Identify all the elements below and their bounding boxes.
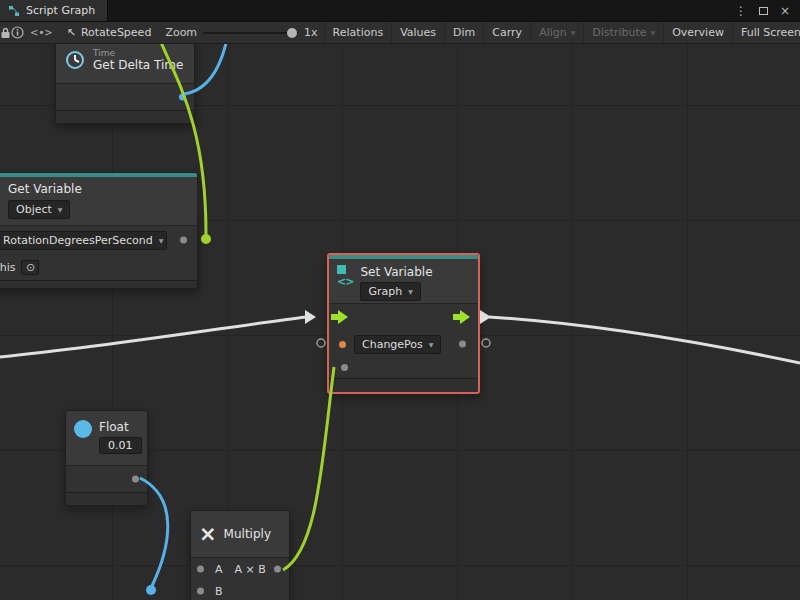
node-get-variable[interactable]: Get Variable Object ▼ RotationDegreesPer… [0,172,198,289]
chevron-down-icon: ▼ [159,237,164,244]
object-picker[interactable]: ⊙ [21,260,39,275]
node-footer [56,110,194,123]
value-output-port[interactable] [459,341,466,348]
target-icon: ⊙ [26,261,35,274]
clock-icon [64,49,86,71]
chevron-down-icon: ▼ [571,29,576,36]
code-icon[interactable]: <•> [30,22,53,44]
node-title: Get Delta Time [93,58,183,72]
chevron-down-icon: ▼ [429,341,434,348]
node-float[interactable]: Float 0.01 [65,410,148,506]
lock-icon[interactable] [0,22,11,44]
info-icon[interactable] [11,22,24,44]
multiply-input-a-port[interactable] [197,566,204,573]
port-label-out: A × B [235,563,266,576]
value-input-port[interactable] [339,341,346,348]
port-label-a: A [215,563,223,576]
tab-script-graph[interactable]: Script Graph [0,0,108,21]
spare-port[interactable] [341,364,348,371]
variable-scope-dropdown[interactable]: Graph ▼ [360,282,420,301]
node-footer [329,378,478,392]
multiply-input-b-port[interactable] [197,588,204,595]
window-restore-icon[interactable] [759,7,768,15]
chevron-down-icon: ▼ [651,29,656,36]
unit-pointer-icon: ↖ [67,26,76,39]
toolbar-button-align[interactable]: Align ▼ [530,22,583,43]
node-footer [66,492,147,505]
graph-tab-icon [8,5,20,17]
toolbar-button-dim[interactable]: Dim [444,22,483,43]
chevron-down-icon: ▼ [58,206,63,213]
node-title: Get Variable [8,182,189,196]
toolbar-button-overview[interactable]: Overview [663,22,732,43]
graph-toolbar: <•> ↖ RotateSpeed Zoom 1x Relations Valu… [0,22,800,44]
toolbar-button-distribute[interactable]: Distribute ▼ [583,22,663,43]
float-icon [74,420,92,438]
variable-name-dropdown[interactable]: ChangePos ▼ [354,335,441,354]
node-footer [0,280,197,288]
node-title: Float [99,420,129,434]
zoom-label: Zoom [165,26,197,39]
toolbar-button-carry[interactable]: Carry [483,22,530,43]
node-title: Set Variable [360,265,432,279]
target-label: This [0,261,15,274]
multiply-output-port[interactable] [274,566,281,573]
zoom-value: 1x [304,26,318,39]
node-get-delta-time[interactable]: Time Get Delta Time [55,36,195,124]
slider-track [203,32,298,34]
delta-time-output-port[interactable] [179,94,186,101]
float-value-field[interactable]: 0.01 [99,437,142,454]
node-multiply[interactable]: × Multiply A A × B B [190,510,290,600]
node-set-variable[interactable]: <> Set Variable Graph ▼ ChangePos ▼ [327,253,480,394]
node-title: Multiply [224,527,271,541]
script-graph-window: Time Get Delta Time Get Variable Object … [0,0,800,600]
toolbar-button-relations[interactable]: Relations [324,22,392,43]
get-variable-output-port[interactable] [180,237,187,244]
flow-port-row[interactable] [329,304,478,332]
tab-label: Script Graph [26,4,95,17]
zoom-slider[interactable] [203,26,298,40]
close-icon[interactable]: × [780,4,790,18]
node-category: Time [93,48,183,58]
port-label-b: B [215,585,223,598]
kebab-menu-icon[interactable]: ⋮ [735,4,747,18]
set-variable-icon: <> [337,265,353,288]
chevron-down-icon: ▼ [408,288,413,295]
variable-name-dropdown[interactable]: RotationDegreesPerSecond ▼ [0,231,167,250]
unit-label: RotateSpeed [81,26,152,39]
titlebar: Script Graph ⋮ × [0,0,800,22]
multiply-icon: × [199,524,217,545]
toolbar-button-fullscreen[interactable]: Full Screen [732,22,800,43]
toolbar-button-values[interactable]: Values [391,22,444,43]
slider-knob[interactable] [287,28,297,38]
variable-scope-dropdown[interactable]: Object ▼ [8,200,70,219]
float-output-port[interactable] [132,476,139,483]
breadcrumb-unit[interactable]: ↖ RotateSpeed [59,26,160,39]
